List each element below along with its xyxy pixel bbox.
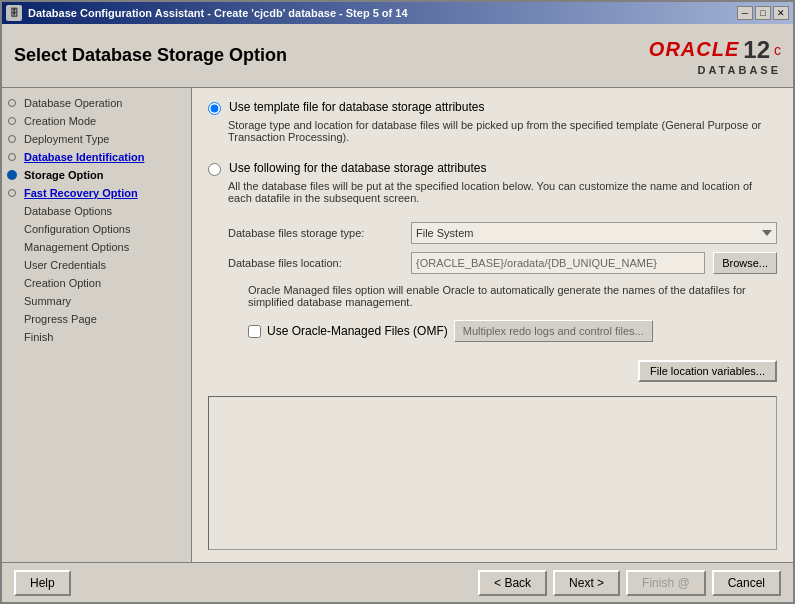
location-row: Database files location: Browse... <box>228 252 777 274</box>
option2-label[interactable]: Use following for the database storage a… <box>229 161 486 175</box>
oracle-logo: ORACLE 12c DATABASE <box>649 36 781 76</box>
browse-button[interactable]: Browse... <box>713 252 777 274</box>
sidebar-label: Storage Option <box>24 169 103 181</box>
restore-button[interactable]: □ <box>755 6 771 20</box>
header-area: Select Database Storage Option ORACLE 12… <box>2 24 793 88</box>
main-content: Database Operation Creation Mode Deploym… <box>2 88 793 562</box>
option1-radio[interactable] <box>208 102 221 115</box>
omf-note: Oracle Managed files option will enable … <box>248 284 777 308</box>
footer-left: Help <box>14 570 71 596</box>
sidebar-item-database-options[interactable]: Database Options <box>2 202 191 220</box>
title-bar-controls: ─ □ ✕ <box>737 6 789 20</box>
file-location-button[interactable]: File location variables... <box>638 360 777 382</box>
title-bar: 🗄 Database Configuration Assistant - Cre… <box>2 2 793 24</box>
multiplex-button[interactable]: Multiplex redo logs and control files... <box>454 320 653 342</box>
step-dot <box>8 153 16 161</box>
oracle-brand-text: ORACLE <box>649 38 739 61</box>
oracle-db-text: DATABASE <box>698 64 781 76</box>
title-bar-left: 🗄 Database Configuration Assistant - Cre… <box>6 5 408 21</box>
help-button[interactable]: Help <box>14 570 71 596</box>
location-input[interactable] <box>411 252 705 274</box>
sidebar-item-storage-option: Storage Option <box>2 166 191 184</box>
sidebar-item-finish[interactable]: Finish <box>2 328 191 346</box>
oracle-c: c <box>774 42 781 58</box>
window-title: Database Configuration Assistant - Creat… <box>28 7 408 19</box>
sidebar-label: Creation Mode <box>24 115 96 127</box>
step-dot-current <box>7 170 17 180</box>
sidebar-item-summary[interactable]: Summary <box>2 292 191 310</box>
sidebar-label: Database Options <box>24 205 112 217</box>
sidebar-item-creation-option[interactable]: Creation Option <box>2 274 191 292</box>
storage-type-row: Database files storage type: File System <box>228 222 777 244</box>
sidebar-item-database-identification[interactable]: Database Identification <box>2 148 191 166</box>
footer: Help < Back Next > Finish @ Cancel <box>2 562 793 602</box>
sidebar-item-fast-recovery-option[interactable]: Fast Recovery Option <box>2 184 191 202</box>
sidebar-label: Progress Page <box>24 313 97 325</box>
sidebar-item-progress-page[interactable]: Progress Page <box>2 310 191 328</box>
sidebar-label: Configuration Options <box>24 223 130 235</box>
omf-checkbox-label: Use Oracle-Managed Files (OMF) <box>267 324 448 338</box>
option2-desc: All the database files will be put at th… <box>228 180 777 204</box>
sidebar-label: Fast Recovery Option <box>24 187 138 199</box>
sidebar-label: Creation Option <box>24 277 101 289</box>
next-button[interactable]: Next > <box>553 570 620 596</box>
page-title: Select Database Storage Option <box>14 45 287 66</box>
sidebar-label: Database Operation <box>24 97 122 109</box>
close-button[interactable]: ✕ <box>773 6 789 20</box>
fields-section: Database files storage type: File System… <box>228 222 777 342</box>
sidebar-label: User Credentials <box>24 259 106 271</box>
step-dot <box>8 99 16 107</box>
sidebar-label: Deployment Type <box>24 133 109 145</box>
file-location-btn-row: File location variables... <box>208 360 777 382</box>
option1-desc: Storage type and location for database f… <box>228 119 777 143</box>
option1-label[interactable]: Use template file for database storage a… <box>229 100 484 114</box>
app-icon: 🗄 <box>6 5 22 21</box>
back-button[interactable]: < Back <box>478 570 547 596</box>
sidebar-label: Summary <box>24 295 71 307</box>
sidebar-item-configuration-options[interactable]: Configuration Options <box>2 220 191 238</box>
option1-container: Use template file for database storage a… <box>208 100 777 151</box>
omf-checkbox-row: Use Oracle-Managed Files (OMF) Multiplex… <box>248 320 777 342</box>
sidebar-item-database-operation[interactable]: Database Operation <box>2 94 191 112</box>
option2-row: Use following for the database storage a… <box>208 161 777 176</box>
sidebar-item-management-options[interactable]: Management Options <box>2 238 191 256</box>
main-window: 🗄 Database Configuration Assistant - Cre… <box>0 0 795 604</box>
option2-radio[interactable] <box>208 163 221 176</box>
sidebar-label: Management Options <box>24 241 129 253</box>
sidebar-label: Finish <box>24 331 53 343</box>
sidebar-item-user-credentials[interactable]: User Credentials <box>2 256 191 274</box>
location-label: Database files location: <box>228 257 403 269</box>
cancel-button[interactable]: Cancel <box>712 570 781 596</box>
storage-type-select[interactable]: File System <box>411 222 777 244</box>
sidebar-label: Database Identification <box>24 151 144 163</box>
option1-row: Use template file for database storage a… <box>208 100 777 115</box>
minimize-button[interactable]: ─ <box>737 6 753 20</box>
oracle-logo-top: ORACLE 12c <box>649 36 781 64</box>
step-dot <box>8 189 16 197</box>
option2-container: Use following for the database storage a… <box>208 161 777 212</box>
step-dot <box>8 117 16 125</box>
oracle-version: 12 <box>743 36 770 64</box>
sidebar: Database Operation Creation Mode Deploym… <box>2 88 192 562</box>
content-panel: Use template file for database storage a… <box>192 88 793 562</box>
bottom-textarea <box>208 396 777 550</box>
storage-type-label: Database files storage type: <box>228 227 403 239</box>
footer-right: < Back Next > Finish @ Cancel <box>478 570 781 596</box>
step-dot <box>8 135 16 143</box>
sidebar-item-creation-mode[interactable]: Creation Mode <box>2 112 191 130</box>
finish-button[interactable]: Finish @ <box>626 570 706 596</box>
omf-checkbox[interactable] <box>248 325 261 338</box>
sidebar-item-deployment-type[interactable]: Deployment Type <box>2 130 191 148</box>
